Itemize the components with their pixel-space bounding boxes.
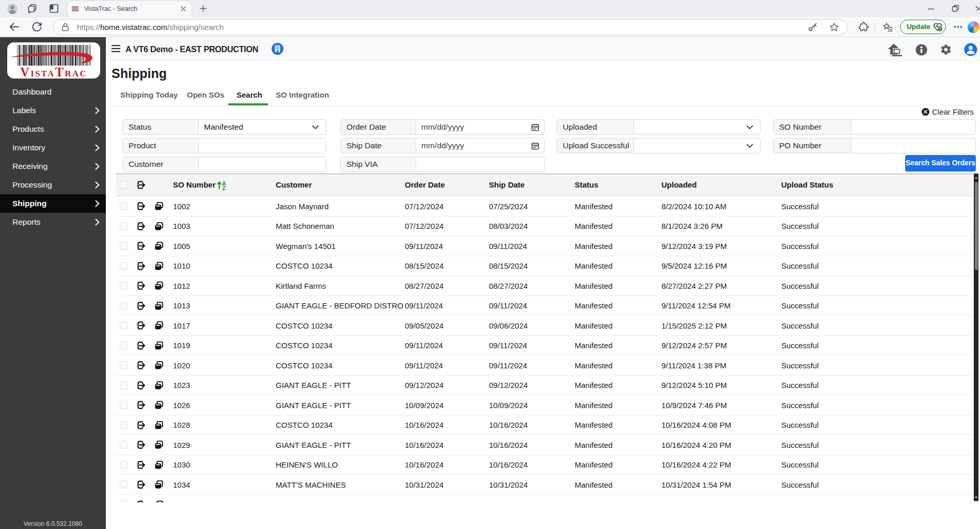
svg-text:Z: Z <box>223 184 226 190</box>
